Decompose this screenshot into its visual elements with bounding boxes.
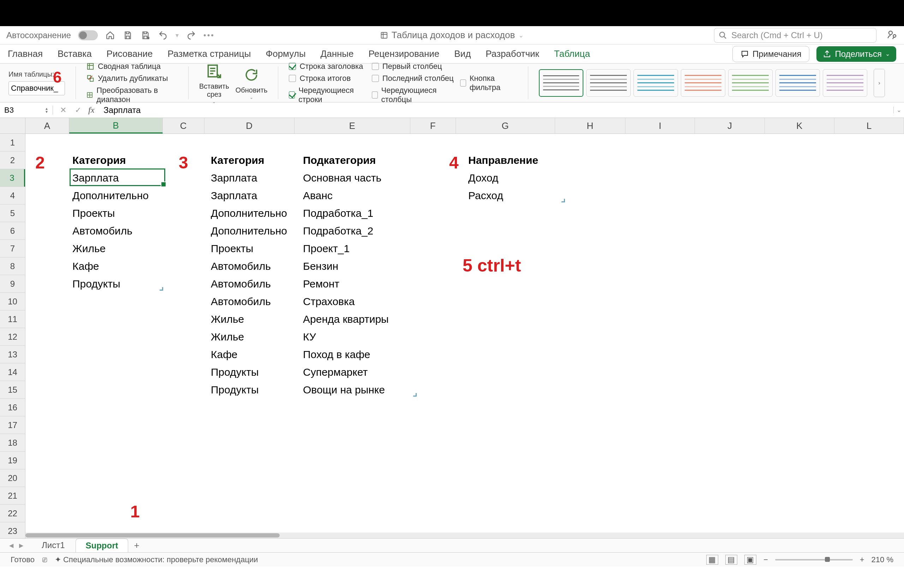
ribbon-tab-Рецензирование[interactable]: Рецензирование [369, 48, 439, 59]
header-row-checkbox[interactable]: Строка заголовка [289, 62, 365, 71]
row-header-9[interactable]: 9 [0, 275, 25, 293]
cell-E14[interactable]: Супермаркет [301, 364, 370, 381]
row-header-1[interactable]: 1 [0, 134, 25, 152]
style-gallery-expand[interactable]: › [874, 69, 885, 97]
qat-more-icon[interactable]: ••• [204, 31, 215, 40]
cell-B6[interactable]: Автомобиль [70, 222, 134, 240]
remove-duplicates-button[interactable]: Удалить дубликаты [87, 74, 178, 83]
undo-dropdown-icon[interactable]: ▾ [175, 32, 179, 39]
cell-G4[interactable]: Расход [466, 187, 505, 204]
col-header-A[interactable]: A [25, 118, 69, 133]
document-title[interactable]: Таблица доходов и расходов ⌄ [380, 30, 524, 41]
row-header-2[interactable]: 2 [0, 152, 25, 169]
cell-E2[interactable]: Подкатегория [301, 152, 378, 169]
cell-D13[interactable]: Кафе [209, 346, 240, 364]
col-header-B[interactable]: B [69, 118, 163, 133]
home-icon[interactable] [105, 30, 115, 41]
row-header-18[interactable]: 18 [0, 434, 25, 452]
row-header-7[interactable]: 7 [0, 240, 25, 258]
row-header-13[interactable]: 13 [0, 346, 25, 364]
total-row-checkbox[interactable]: Строка итогов [289, 74, 365, 83]
page-layout-view-button[interactable]: ▤ [725, 555, 737, 565]
ribbon-tab-Вид[interactable]: Вид [454, 48, 471, 59]
row-header-5[interactable]: 5 [0, 204, 25, 222]
col-header-D[interactable]: D [204, 118, 294, 133]
redo-icon[interactable] [186, 30, 196, 41]
cell-G3[interactable]: Доход [466, 169, 500, 187]
ribbon-tab-Разметка страницы[interactable]: Разметка страницы [168, 48, 251, 59]
accept-formula-icon[interactable]: ✓ [75, 106, 81, 115]
account-icon[interactable] [887, 29, 898, 41]
first-col-checkbox[interactable]: Первый столбец [372, 62, 454, 71]
table-style-5[interactable] [776, 69, 820, 97]
col-header-E[interactable]: E [294, 118, 410, 133]
cell-B2[interactable]: Категория [70, 152, 128, 169]
col-header-K[interactable]: K [765, 118, 834, 133]
cancel-formula-icon[interactable]: ✕ [60, 106, 66, 115]
ribbon-tab-Данные[interactable]: Данные [321, 48, 354, 59]
col-header-G[interactable]: G [456, 118, 555, 133]
row-header-16[interactable]: 16 [0, 399, 25, 416]
comments-button[interactable]: Примечания [732, 46, 810, 62]
col-header-I[interactable]: I [625, 118, 695, 133]
horizontal-scrollbar[interactable] [25, 533, 904, 538]
row-header-6[interactable]: 6 [0, 222, 25, 240]
row-header-10[interactable]: 10 [0, 293, 25, 310]
cell-E7[interactable]: Проект_1 [301, 240, 352, 258]
tab-nav-prev[interactable]: ◀ [7, 541, 16, 550]
table-style-0[interactable] [539, 69, 583, 97]
col-header-J[interactable]: J [695, 118, 765, 133]
banded-cols-checkbox[interactable]: Чередующиеся столбцы [372, 86, 454, 104]
cell-G2[interactable]: Направление [466, 152, 540, 169]
table-style-4[interactable] [728, 69, 773, 97]
cell-E10[interactable]: Страховка [301, 293, 357, 310]
cell-area[interactable]: КатегорияЗарплатаДополнительноПроектыАвт… [25, 134, 904, 538]
cell-B9[interactable]: Продукты [70, 275, 123, 293]
table-style-6[interactable] [823, 69, 867, 97]
cell-D7[interactable]: Проекты [209, 240, 255, 258]
cell-D9[interactable]: Автомобиль [209, 275, 273, 293]
row-header-20[interactable]: 20 [0, 469, 25, 487]
row-header-19[interactable]: 19 [0, 452, 25, 469]
cell-E8[interactable]: Бензин [301, 258, 340, 275]
cell-D3[interactable]: Зарплата [209, 169, 259, 187]
cell-D2[interactable]: Категория [209, 152, 266, 169]
zoom-slider[interactable] [775, 559, 853, 560]
row-header-8[interactable]: 8 [0, 258, 25, 275]
cell-D6[interactable]: Дополнительно [209, 222, 289, 240]
cell-E11[interactable]: Аренда квартиры [301, 310, 391, 328]
accessibility-status[interactable]: ✦Специальные возможности: проверьте реко… [55, 555, 258, 564]
cell-E9[interactable]: Ремонт [301, 275, 341, 293]
last-col-checkbox[interactable]: Последний столбец [372, 74, 454, 83]
table-style-2[interactable] [634, 69, 678, 97]
share-button[interactable]: Поделиться ⌄ [816, 46, 896, 62]
autosave-toggle[interactable] [78, 30, 98, 40]
search-input[interactable]: Search (Cmd + Ctrl + U) [714, 28, 876, 43]
add-sheet-button[interactable]: + [134, 540, 139, 551]
row-header-12[interactable]: 12 [0, 328, 25, 346]
cell-B7[interactable]: Жилье [70, 240, 108, 258]
cell-E3[interactable]: Основная часть [301, 169, 384, 187]
cell-D14[interactable]: Продукты [209, 364, 261, 381]
macros-icon[interactable]: ⎚ [43, 555, 47, 564]
sheet-tab-Support[interactable]: Support [76, 539, 128, 552]
cell-D11[interactable]: Жилье [209, 310, 246, 328]
row-header-23[interactable]: 23 [0, 522, 25, 538]
row-header-14[interactable]: 14 [0, 364, 25, 381]
name-box[interactable]: B3 ▲▼ [0, 106, 53, 115]
cell-D10[interactable]: Автомобиль [209, 293, 273, 310]
save-icon[interactable] [123, 30, 133, 41]
chevron-down-icon[interactable]: ⌄ [518, 32, 524, 39]
row-header-3[interactable]: 3 [0, 169, 25, 187]
cell-E13[interactable]: Поход в кафе [301, 346, 373, 364]
zoom-level[interactable]: 210 % [871, 555, 893, 564]
spreadsheet-grid[interactable]: ABCDEFGHIJKL 123456789101112131415161718… [0, 118, 904, 538]
filter-button-checkbox[interactable]: Кнопка фильтра [460, 74, 517, 92]
formula-expand-icon[interactable]: ⌄ [893, 107, 904, 113]
cell-D8[interactable]: Автомобиль [209, 258, 273, 275]
ribbon-tab-Разработчик[interactable]: Разработчик [485, 48, 539, 59]
zoom-out-button[interactable]: − [763, 555, 768, 564]
col-header-H[interactable]: H [555, 118, 625, 133]
ribbon-tab-Таблица[interactable]: Таблица [554, 48, 590, 59]
cell-B3[interactable]: Зарплата [70, 169, 121, 187]
